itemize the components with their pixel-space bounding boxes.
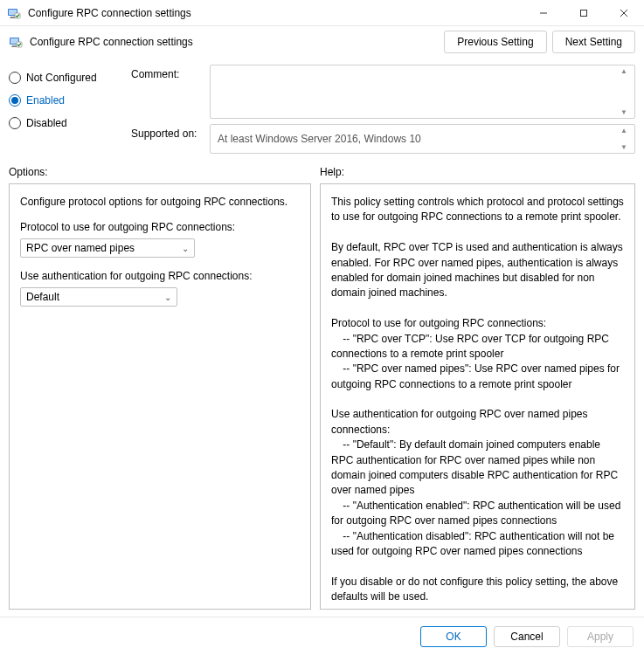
radio-not-configured[interactable]: Not Configured [9, 72, 131, 84]
close-button[interactable] [604, 0, 644, 26]
svg-rect-11 [12, 45, 17, 46]
chevron-down-icon: ▼ [620, 108, 633, 116]
help-panel: This policy setting controls which proto… [320, 183, 635, 610]
radio-icon [9, 72, 21, 84]
auth-value: Default [26, 291, 59, 303]
supported-on-value: At least Windows Server 2016, Windows 10 [218, 133, 421, 145]
minimize-button[interactable] [523, 0, 564, 26]
chevron-up-icon: ▲ [620, 67, 633, 75]
apply-button[interactable]: Apply [567, 626, 634, 647]
auth-select[interactable]: Default ⌄ [20, 287, 177, 307]
radio-icon [9, 94, 21, 107]
help-header: Help: [320, 166, 635, 178]
next-setting-button[interactable]: Next Setting [552, 31, 635, 53]
svg-rect-2 [10, 17, 15, 17]
options-header: Options: [9, 166, 311, 178]
help-text: This policy setting controls which proto… [331, 195, 624, 605]
options-description: Configure protocol options for outgoing … [20, 195, 300, 209]
policy-title: Configure RPC connection settings [30, 36, 444, 48]
chevron-down-icon: ⌄ [164, 293, 171, 302]
radio-label: Enabled [26, 94, 65, 107]
svg-rect-6 [581, 10, 587, 16]
previous-setting-button[interactable]: Previous Setting [444, 31, 546, 53]
policy-icon [9, 35, 23, 49]
options-panel: Configure protocol options for outgoing … [9, 183, 311, 610]
protocol-label: Protocol to use for outgoing RPC connect… [20, 221, 300, 233]
scroll-arrows[interactable]: ▲▼ [620, 125, 633, 153]
radio-disabled[interactable]: Disabled [9, 117, 131, 129]
radio-icon [9, 117, 21, 129]
window-title: Configure RPC connection settings [28, 7, 523, 19]
auth-label: Use authentication for outgoing RPC conn… [20, 270, 300, 282]
protocol-value: RPC over named pipes [26, 242, 135, 254]
radio-enabled[interactable]: Enabled [9, 94, 131, 107]
comment-label: Comment: [131, 65, 210, 80]
protocol-select[interactable]: RPC over named pipes ⌄ [20, 238, 195, 258]
chevron-up-icon: ▲ [620, 127, 633, 134]
chevron-down-icon: ▼ [620, 143, 633, 151]
maximize-button[interactable] [564, 0, 604, 26]
comment-input[interactable]: ▲▼ [210, 65, 635, 119]
cancel-button[interactable]: Cancel [494, 626, 560, 647]
radio-label: Not Configured [26, 72, 97, 84]
app-icon [7, 6, 21, 20]
supported-on-field: At least Windows Server 2016, Windows 10… [210, 124, 635, 154]
supported-label: Supported on: [131, 124, 210, 140]
ok-button[interactable]: OK [420, 626, 487, 647]
radio-label: Disabled [26, 117, 67, 129]
chevron-down-icon: ⌄ [182, 244, 189, 253]
scroll-arrows[interactable]: ▲▼ [620, 66, 633, 118]
